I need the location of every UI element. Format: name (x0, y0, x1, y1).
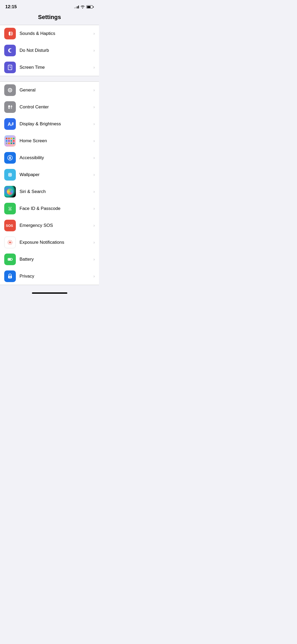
homescreen-chevron: › (93, 139, 95, 143)
dnd-label: Do Not Disturb (20, 48, 92, 53)
sos-label: Emergency SOS (20, 223, 92, 228)
group-separator (0, 76, 99, 81)
controlcenter-chevron: › (93, 105, 95, 109)
battery-icon (4, 254, 16, 265)
svg-point-21 (9, 208, 10, 209)
general-icon (4, 84, 16, 96)
battery-label: Battery (20, 257, 92, 262)
displaybrightness-icon: AA (4, 118, 16, 130)
signal-icon (74, 5, 79, 8)
controlcenter-icon (4, 101, 16, 113)
settings-group-2: General › Control Center › AA Display & … (0, 81, 99, 285)
svg-point-25 (9, 242, 11, 243)
svg-point-14 (8, 173, 9, 174)
accessibility-label: Accessibility (20, 155, 92, 160)
wallpaper-label: Wallpaper (20, 172, 92, 177)
sos-chevron: › (93, 223, 95, 228)
settings-row-dnd[interactable]: Do Not Disturb › (0, 42, 99, 59)
settings-row-wallpaper[interactable]: Wallpaper › (0, 166, 99, 183)
homescreen-label: Home Screen (20, 138, 92, 144)
wifi-icon (81, 5, 85, 8)
dnd-icon (4, 45, 16, 56)
home-bar (32, 292, 67, 294)
screentime-label: Screen Time (20, 65, 92, 70)
displaybrightness-chevron: › (93, 122, 95, 126)
controlcenter-label: Control Center (20, 104, 92, 110)
general-label: General (20, 88, 92, 93)
svg-point-17 (11, 176, 12, 176)
accessibility-chevron: › (93, 155, 95, 160)
svg-rect-8 (8, 105, 10, 107)
siri-icon (4, 186, 16, 197)
sounds-chevron: › (93, 31, 95, 36)
screentime-icon (4, 62, 16, 73)
svg-rect-30 (12, 259, 13, 260)
settings-row-exposure[interactable]: Exposure Notifications › (0, 234, 99, 251)
settings-group-1: Sounds & Haptics › Do Not Disturb › Scre… (0, 25, 99, 76)
settings-row-controlcenter[interactable]: Control Center › (0, 99, 99, 116)
wallpaper-chevron: › (93, 172, 95, 177)
settings-row-displaybrightness[interactable]: AA Display & Brightness › (0, 116, 99, 132)
page-title: Settings (0, 12, 99, 25)
svg-rect-23 (10, 208, 10, 209)
sounds-label: Sounds & Haptics (20, 31, 92, 36)
settings-row-faceid[interactable]: Face ID & Passcode › (0, 200, 99, 217)
svg-point-15 (11, 173, 12, 174)
accessibility-icon (4, 152, 16, 164)
svg-rect-18 (8, 207, 10, 208)
dnd-chevron: › (93, 48, 95, 53)
exposure-icon (4, 237, 16, 248)
svg-rect-20 (8, 210, 12, 210)
status-bar: 12:15 (0, 0, 99, 12)
faceid-chevron: › (93, 206, 95, 211)
svg-text:AA: AA (8, 122, 13, 127)
wallpaper-icon (4, 169, 16, 181)
svg-point-22 (11, 208, 11, 209)
status-icons (74, 5, 94, 8)
svg-rect-29 (8, 259, 11, 260)
siri-label: Siri & Search (20, 189, 92, 194)
general-chevron: › (93, 88, 95, 93)
settings-row-homescreen[interactable]: Home Screen › (0, 132, 99, 149)
privacy-chevron: › (93, 274, 95, 279)
exposure-chevron: › (93, 240, 95, 245)
settings-row-siri[interactable]: Siri & Search › (0, 183, 99, 200)
privacy-icon (4, 270, 16, 282)
settings-row-sounds[interactable]: Sounds & Haptics › (0, 25, 99, 42)
home-indicator (0, 290, 99, 297)
settings-row-battery[interactable]: Battery › (0, 251, 99, 268)
sos-icon: SOS (4, 220, 16, 231)
svg-point-32 (10, 277, 11, 278)
settings-row-screentime[interactable]: Screen Time › (0, 59, 99, 76)
screentime-chevron: › (93, 65, 95, 70)
svg-point-11 (10, 156, 11, 157)
battery-chevron: › (93, 257, 95, 262)
svg-point-16 (8, 176, 9, 176)
svg-rect-19 (10, 207, 12, 208)
svg-point-3 (10, 90, 11, 91)
siri-chevron: › (93, 189, 95, 194)
settings-row-sos[interactable]: SOS Emergency SOS › (0, 217, 99, 234)
sounds-icon (4, 28, 16, 39)
exposure-label: Exposure Notifications (20, 240, 92, 245)
faceid-icon (4, 203, 16, 214)
faceid-label: Face ID & Passcode (20, 206, 92, 211)
displaybrightness-label: Display & Brightness (20, 121, 92, 127)
homescreen-icon (4, 135, 16, 147)
status-time: 12:15 (5, 4, 17, 10)
privacy-label: Privacy (20, 274, 92, 279)
battery-status-icon (86, 5, 94, 8)
settings-row-accessibility[interactable]: Accessibility › (0, 149, 99, 166)
settings-row-general[interactable]: General › (0, 82, 99, 99)
settings-row-privacy[interactable]: Privacy › (0, 268, 99, 285)
svg-text:SOS: SOS (6, 224, 13, 228)
svg-point-13 (9, 174, 11, 176)
svg-marker-0 (9, 31, 10, 36)
